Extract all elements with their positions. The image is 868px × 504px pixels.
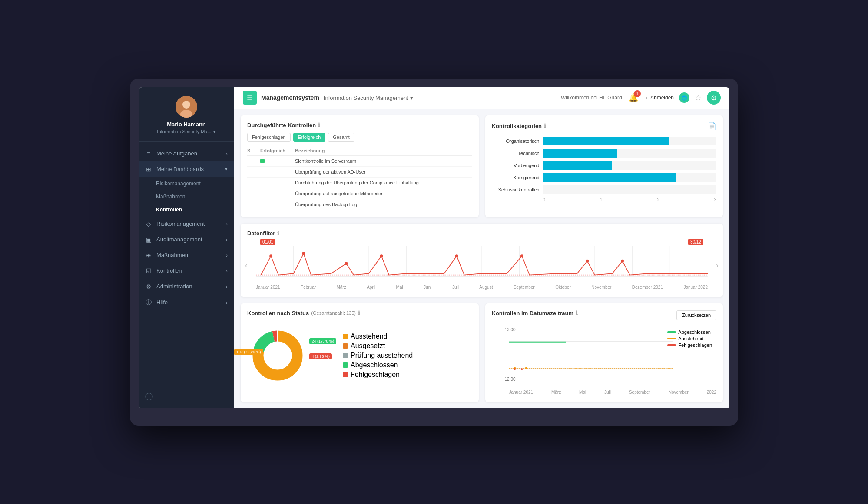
topbar-right: Willkommen bei HITGuard. 🔔 1 → Abmelden …	[561, 91, 721, 105]
legend-item: Ausstehend	[343, 333, 472, 340]
timeline-wrapper: ‹ 01/01 30/12	[247, 241, 716, 289]
zeitraum-legend: Abgeschlossen Ausstehend Fehlgeschlagen	[667, 329, 712, 349]
table-row: Überprüfung der aktiven AD-User	[247, 167, 472, 178]
timeline-labels: Januar 2021 Februar März April Mai Juni …	[256, 285, 708, 290]
svg-point-34	[521, 368, 523, 370]
chevron-down-icon[interactable]: ▾	[410, 95, 413, 101]
svg-point-16	[302, 252, 305, 255]
admin-icon: ⚙	[145, 283, 152, 290]
sidebar-sub-risikomanagement[interactable]: Risikomanagement	[139, 177, 234, 190]
filter-gesamt[interactable]: Gesamt	[328, 133, 354, 142]
sidebar-sub-kontrollen[interactable]: Kontrollen	[139, 203, 234, 216]
datenfilter-card: Datenfilter ℹ ‹ 01/01 30/12	[241, 224, 723, 296]
favorites-button[interactable]: ☆	[695, 93, 702, 102]
language-button[interactable]: 🌐	[679, 92, 689, 103]
gear-icon: ⚙	[711, 94, 717, 102]
svg-point-19	[455, 255, 458, 258]
chevron-right-icon: ›	[226, 253, 228, 258]
kontrollen-icon: ☑	[145, 267, 152, 274]
info-icon: ℹ	[358, 310, 360, 316]
svg-point-20	[520, 255, 523, 258]
legend-item: Abgeschlossen	[343, 361, 472, 369]
settings-button[interactable]: ⚙	[707, 91, 721, 105]
menu-button[interactable]: ☰	[243, 91, 257, 105]
sidebar-profile: Mario Hamann Information Security Ma... …	[139, 87, 234, 142]
pie-badge-abgeschlossen: 24 (17,78 %)	[309, 338, 336, 344]
notification-button[interactable]: 🔔 1	[629, 93, 638, 102]
prev-arrow[interactable]: ‹	[245, 261, 248, 270]
sidebar-item-dashboards[interactable]: ⊞ Meine Dashboards ▾	[139, 161, 234, 177]
profile-name: Mario Hamann	[167, 121, 206, 128]
zeitraum-x-labels: Januar 2021 März Mai Juli September Nove…	[492, 390, 717, 395]
chevron-right-icon: ›	[226, 237, 228, 242]
table-row: Sichtkontrolle im Serverraum	[247, 156, 472, 167]
status-title: Kontrollen nach Status (Gesamtanzahl: 13…	[247, 310, 472, 316]
timeline-svg	[256, 241, 708, 281]
sidebar-item-administration[interactable]: ⚙ Administration ›	[139, 279, 234, 294]
chevron-right-icon: ›	[226, 221, 228, 227]
sidebar: Mario Hamann Information Security Ma... …	[139, 87, 234, 408]
info-icon: ℹ	[544, 123, 546, 129]
datenfilter-title: Datenfilter ℹ	[247, 230, 716, 237]
sidebar-item-massnahmen[interactable]: ⊕ Maßnahmen ›	[139, 247, 234, 263]
sidebar-sub-massnahmen[interactable]: Maßnahmen	[139, 190, 234, 203]
chevron-right-icon: ›	[226, 300, 228, 305]
bar-row-tech: Technisch	[492, 149, 717, 158]
bar-axis: 0 1 2 3	[543, 198, 717, 202]
document-icon[interactable]: 📄	[708, 122, 716, 130]
chevron-down-icon[interactable]: ▾	[213, 129, 216, 135]
svg-point-26	[264, 342, 292, 369]
y-axis-top: 13:00	[505, 327, 516, 332]
table-row: Überprüfung auf ausgetretene Mitarbeiter	[247, 188, 472, 199]
chevron-down-icon: ▾	[225, 166, 228, 172]
sidebar-footer: ⓘ	[139, 385, 234, 408]
kontrollen-card: Durchgeführte Kontrollen ℹ Fehlgeschlage…	[241, 115, 479, 217]
bar-row-korr: Korrigierend	[492, 173, 717, 182]
info-icon: ℹ	[318, 122, 320, 128]
chevron-right-icon: ›	[226, 268, 228, 273]
zeitraum-svg	[509, 325, 673, 386]
pie-legend: Ausstehend Ausgesetzt Prüfung ausstehend	[317, 333, 472, 380]
app-subtitle: Information Security Management ▾	[324, 95, 413, 101]
y-axis-bottom: 12:00	[505, 377, 516, 382]
sidebar-item-auditmanagement[interactable]: ▣ Auditmanagement ›	[139, 232, 234, 247]
pie-chart-wrap: 107 (79,26 %) 24 (17,78 %) 4 (2,96 %)	[247, 325, 308, 388]
notification-count: 1	[634, 90, 641, 97]
bar-row-org: Organisatorisch	[492, 137, 717, 145]
app-title: Managementsystem	[261, 94, 319, 101]
legend-item: Prüfung ausstehend	[343, 352, 472, 359]
avatar	[176, 96, 197, 118]
sidebar-item-risikomanagement[interactable]: ◇ Risikomanagement ›	[139, 216, 234, 232]
sidebar-item-kontrollen[interactable]: ☑ Kontrollen ›	[139, 263, 234, 279]
audit-icon: ▣	[145, 236, 152, 243]
dashboards-icon: ⊞	[145, 166, 152, 173]
next-arrow[interactable]: ›	[716, 261, 719, 270]
zeitraum-card: Kontrollen im Datumszeitraum ℹ Zurückset…	[485, 303, 723, 402]
end-date-badge: 30/12	[688, 239, 703, 245]
filter-tabs: Fehlgeschlagen Erfolgreich Gesamt	[247, 133, 472, 142]
kategorien-card: Kontrollkategorien ℹ 📄 Organisatorisch	[485, 115, 723, 217]
bar-row-schlüssel: Schlüsselkontrollen	[492, 185, 717, 194]
info-icon: ℹ	[277, 231, 279, 237]
zeitraum-title: Kontrollen im Datumszeitraum ℹ	[492, 310, 578, 316]
zeitraum-header: Kontrollen im Datumszeitraum ℹ Zurückset…	[492, 310, 717, 321]
svg-point-21	[586, 260, 589, 263]
risk-icon: ◇	[145, 221, 152, 227]
welcome-text: Willkommen bei HITGuard.	[561, 95, 623, 101]
pie-area: 107 (79,26 %) 24 (17,78 %) 4 (2,96 %) Au…	[247, 321, 472, 392]
filter-fehlgeschlagen[interactable]: Fehlgeschlagen	[247, 133, 291, 142]
info-circle-icon[interactable]: ⓘ	[145, 392, 153, 402]
table-header: S. Erfolgreich Bezeichnung	[247, 146, 472, 156]
sidebar-item-aufgaben[interactable]: ≡ Meine Aufgaben ›	[139, 146, 234, 161]
legend-item: Ausgesetzt	[343, 342, 472, 350]
main-content: ☰ Managementsystem Information Security …	[234, 87, 729, 408]
topbar: ☰ Managementsystem Information Security …	[234, 87, 729, 109]
sidebar-item-hilfe[interactable]: ⓘ Hilfe ›	[139, 294, 234, 311]
chevron-right-icon: ›	[226, 284, 228, 289]
info-icon: ℹ	[576, 310, 578, 316]
filter-erfolgreich[interactable]: Erfolgreich	[293, 133, 326, 142]
logout-button[interactable]: → Abmelden	[643, 95, 674, 101]
start-date-badge: 01/01	[260, 239, 275, 245]
reset-button[interactable]: Zurücksetzen	[676, 310, 716, 320]
hilfe-icon: ⓘ	[145, 299, 152, 306]
